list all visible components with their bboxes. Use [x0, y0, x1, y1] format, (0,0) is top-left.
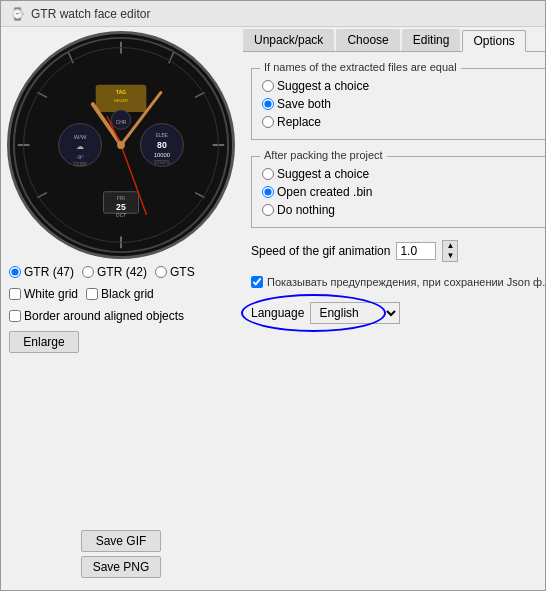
suggest-choice2-radio[interactable]: Suggest a choice: [262, 167, 369, 181]
white-grid-checkbox[interactable]: White grid: [9, 287, 78, 301]
model-radio-row: GTR (47) GTR (42) GTS: [5, 263, 237, 281]
svg-text:-9°: -9°: [76, 154, 84, 160]
options-content: If names of the extracted files are equa…: [243, 56, 545, 332]
do-nothing-row: Do nothing: [262, 201, 540, 219]
right-panel: Unpack/pack Choose Editing Options If na…: [241, 27, 545, 590]
svg-text:HEUER: HEUER: [114, 98, 128, 103]
svg-text:STEPS: STEPS: [154, 160, 171, 165]
gtr42-radio[interactable]: GTR (42): [82, 265, 147, 279]
warning-label: Показывать предупреждения, при сохранени…: [267, 276, 545, 288]
save-both-row: Save both: [262, 95, 540, 113]
app-icon: ⌚: [9, 6, 25, 22]
gts-label: GTS: [170, 265, 195, 279]
extracted-files-group: If names of the extracted files are equa…: [251, 68, 545, 140]
open-bin-label: Open created .bin: [277, 185, 372, 199]
main-window: ⌚ GTR watch face editor: [0, 0, 546, 591]
svg-text:80: 80: [157, 140, 167, 150]
speed-row: Speed of the gif animation ▲ ▼: [251, 236, 545, 266]
speed-input[interactable]: [396, 242, 436, 260]
white-grid-label: White grid: [24, 287, 78, 301]
svg-text:W/W: W/W: [74, 134, 87, 140]
border-checkbox-row: Border around aligned objects: [5, 307, 237, 325]
svg-text:FRI: FRI: [117, 197, 125, 202]
open-bin-radio[interactable]: Open created .bin: [262, 185, 372, 199]
warning-checkbox-row: Показывать предупреждения, при сохранени…: [251, 274, 545, 290]
tab-options[interactable]: Options: [462, 30, 525, 52]
svg-text:ELBE: ELBE: [156, 133, 169, 138]
left-panel: TAG HEUER W/W ☁ -9° TEMP ELBE 80 10000 S…: [1, 27, 241, 590]
gts-radio[interactable]: GTS: [155, 265, 195, 279]
border-label: Border around aligned objects: [24, 309, 184, 323]
language-row: Language English Russian Chinese: [251, 298, 545, 328]
suggest-choice-label: Suggest a choice: [277, 79, 369, 93]
suggest-choice-radio[interactable]: Suggest a choice: [262, 79, 369, 93]
tab-unpack[interactable]: Unpack/pack: [243, 29, 334, 51]
gtr42-label: GTR (42): [97, 265, 147, 279]
replace-label: Replace: [277, 115, 321, 129]
suggest-choice2-label: Suggest a choice: [277, 167, 369, 181]
warning-checkbox[interactable]: [251, 276, 263, 288]
save-gif-button[interactable]: Save GIF: [81, 530, 161, 552]
grid-checkbox-row: White grid Black grid: [5, 285, 237, 303]
save-png-button[interactable]: Save PNG: [81, 556, 161, 578]
speed-up-button[interactable]: ▲: [443, 241, 457, 251]
tab-choose[interactable]: Choose: [336, 29, 399, 51]
svg-text:OCT: OCT: [116, 213, 126, 218]
tabs-bar: Unpack/pack Choose Editing Options: [243, 29, 545, 52]
watch-preview: TAG HEUER W/W ☁ -9° TEMP ELBE 80 10000 S…: [7, 31, 235, 259]
gtr47-radio[interactable]: GTR (47): [9, 265, 74, 279]
svg-text:10000: 10000: [154, 152, 171, 158]
svg-text:☁: ☁: [76, 142, 84, 151]
window-title: GTR watch face editor: [31, 7, 150, 21]
black-grid-checkbox[interactable]: Black grid: [86, 287, 154, 301]
svg-text:25: 25: [116, 202, 126, 212]
do-nothing-radio[interactable]: Do nothing: [262, 203, 335, 217]
bottom-buttons: Save GIF Save PNG: [5, 530, 237, 586]
gtr47-label: GTR (47): [24, 265, 74, 279]
suggest-choice-row: Suggest a choice: [262, 77, 540, 95]
save-both-label: Save both: [277, 97, 331, 111]
do-nothing-label: Do nothing: [277, 203, 335, 217]
svg-text:TEMP: TEMP: [73, 162, 87, 167]
extracted-files-group-label: If names of the extracted files are equa…: [260, 61, 461, 73]
black-grid-label: Black grid: [101, 287, 154, 301]
speed-down-button[interactable]: ▼: [443, 251, 457, 261]
svg-point-34: [117, 141, 125, 149]
svg-text:CHR: CHR: [116, 120, 127, 125]
main-content: TAG HEUER W/W ☁ -9° TEMP ELBE 80 10000 S…: [1, 27, 545, 590]
language-select[interactable]: English Russian Chinese: [310, 302, 400, 324]
border-checkbox[interactable]: Border around aligned objects: [9, 309, 184, 323]
svg-text:TAG: TAG: [116, 90, 126, 95]
language-label: Language: [251, 306, 304, 320]
title-bar: ⌚ GTR watch face editor: [1, 1, 545, 27]
suggest-choice2-row: Suggest a choice: [262, 165, 540, 183]
speed-spinner: ▲ ▼: [442, 240, 458, 262]
tab-editing[interactable]: Editing: [402, 29, 461, 51]
after-packing-group-label: After packing the project: [260, 149, 387, 161]
save-both-radio[interactable]: Save both: [262, 97, 331, 111]
enlarge-button[interactable]: Enlarge: [9, 331, 79, 353]
after-packing-group: After packing the project Suggest a choi…: [251, 156, 545, 228]
open-bin-row: Open created .bin: [262, 183, 540, 201]
replace-radio[interactable]: Replace: [262, 115, 321, 129]
replace-row: Replace: [262, 113, 540, 131]
speed-label: Speed of the gif animation: [251, 244, 390, 258]
